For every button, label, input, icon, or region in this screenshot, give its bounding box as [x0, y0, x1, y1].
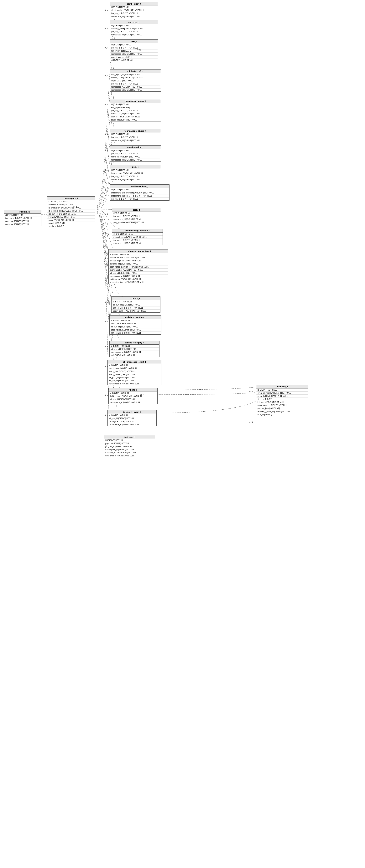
- table-header-etl-justice-s3-t: etl_justice_s3_t: [110, 69, 161, 73]
- table-header-currency-t: currency_t: [110, 21, 158, 24]
- table-matchsession-t: matchsession_t id [BIGINT] NOT NULL job_…: [110, 145, 161, 161]
- table-header-namespace-t: namespace_t: [48, 196, 95, 200]
- table-row: lname [VARCHAR] NOT NULL: [48, 216, 95, 219]
- table-row: studio_id [BIGINT]: [48, 225, 95, 228]
- cardinality-label: 0..N: [104, 149, 108, 151]
- cardinality-label: 0..N: [104, 365, 108, 368]
- table-row: created_ts [TIMESTAMP] NOT NULL: [109, 259, 168, 262]
- table-row: user_type_id [BIGINT] NOT NULL: [104, 454, 155, 457]
- table-etl-processed-event-t: etl_processed_event_t id [BIGINT] NOT NU…: [108, 360, 161, 385]
- table-row: parent_user_id [BIGINT]: [110, 56, 158, 59]
- table-row: job_run_id [BIGINT] NOT NULL: [109, 398, 157, 401]
- cardinality-label: 0..N: [104, 232, 108, 234]
- table-row: job_run_id [BIGINT] NOT NULL: [108, 379, 161, 382]
- table-row: channel_name [VARCHAR] NOT NULL: [112, 236, 162, 239]
- table-row: job_run_id [BIGINT] NOT NULL: [112, 215, 161, 218]
- table-row: name [VARCHAR] NOT NULL: [4, 223, 41, 226]
- table-row: user_id [BIGINT]: [256, 413, 308, 416]
- table-header-telemetry-t: telemetry_t: [256, 385, 308, 389]
- cardinality-label: 0..N: [104, 257, 108, 260]
- erd-diagram: oauth_client_t id [BIGINT] NOT NULL clie…: [0, 0, 365, 868]
- table-row: policy_number [VARCHAR] NOT NULL: [112, 310, 160, 312]
- table-row: namespace_id [BIGINT] NOT NULL: [109, 401, 157, 404]
- table-row: event_number [VARCHAR] NOT NULL: [109, 269, 168, 272]
- table-flight-t: flight_t id [BIGINT] NOT NULL flight_num…: [109, 388, 157, 404]
- table-row: job_run_id [BIGINT] NOT NULL: [110, 326, 161, 329]
- table-row: namespace_id [BIGINT] NOT NULL: [110, 178, 161, 181]
- cardinality-label: 0..N: [104, 414, 108, 416]
- table-row: start_ts [TIMESTAMP] NOT NULL: [110, 115, 161, 118]
- cardinality-label: 1: [107, 223, 108, 225]
- cardinality-label: 0..N: [104, 28, 108, 30]
- table-catalog-category-t: catalog_category_t id [BIGINT] NOT NULL …: [110, 341, 159, 357]
- table-row: id [BIGINT] NOT NULL: [108, 414, 156, 417]
- table-namespace-status-t: namespace_status_t id [BIGINT] NOT NULL …: [110, 99, 161, 121]
- table-row: job_run_id [BIGINT] NOT NULL: [48, 213, 95, 216]
- table-row: id [BIGINT] NOT NULL: [110, 133, 161, 136]
- table-header-analytics-heartbeat-t: analytics_heartbeat_t: [110, 315, 161, 319]
- table-row: id [BIGINT] NOT NULL: [256, 389, 308, 392]
- table-row: parent_id [BIGINT]: [48, 222, 95, 225]
- cardinality-label: 0..N: [249, 421, 253, 423]
- table-row: job_run_id [BIGINT] NOT NULL: [110, 109, 161, 112]
- table-row: aws_region_id [BIGINT] NOT NULL: [110, 73, 161, 76]
- cardinality-label: 0..N: [104, 133, 108, 135]
- table-row: id [BIGINT] NOT NULL: [110, 43, 158, 46]
- table-header-test-user-t: test_user_t: [104, 435, 155, 439]
- table-row: event_size [BIGINT] NOT NULL: [108, 370, 161, 373]
- table-row: id [BIGINT] NOT NULL: [112, 212, 161, 215]
- table-row: job_run_id [BIGINT] NOT NULL: [110, 152, 161, 155]
- table-row: namespace_id [BIGINT] NOT NULL: [112, 242, 162, 245]
- cardinality-label: 0..N: [104, 394, 108, 396]
- table-row: job_run_id [BIGINT] NOT NULL: [108, 417, 156, 420]
- table-row: is_production [BOOLEAN] NOT NULL: [48, 206, 95, 210]
- cardinality-label: 0..N: [104, 9, 108, 11]
- table-row: namespace_id [BIGINT] NOT NULL: [110, 53, 158, 56]
- table-row: job_run_id [BIGINT] NOT NULL: [110, 348, 159, 351]
- cardinality-label: 0..N: [104, 301, 108, 303]
- table-row: job_run_id [BIGINT] NOT NULL: [109, 272, 168, 275]
- table-row: namespace_id [BIGINT] NOT NULL: [112, 218, 161, 221]
- table-row: min_event_date [DATE]: [110, 50, 158, 53]
- table-row: entitlement_item_number [VARCHAR] NOT NU…: [110, 191, 169, 194]
- table-row: event_ts [TIMESTAMP] NOT NULL: [256, 395, 308, 398]
- table-row: flight_number [VARCHAR] NOT NULL: [109, 395, 157, 398]
- table-row: id [BIGINT] NOT NULL: [4, 214, 41, 217]
- table-row: namespace_id [BIGINT] NOT NULL: [108, 382, 161, 385]
- table-row: event_number [VARCHAR] NOT NULL: [256, 392, 308, 395]
- table-currency-t: currency_t id [BIGINT] NOT NULL currency…: [110, 20, 158, 36]
- table-header-foundations-studio-t: foundations_studio_t: [110, 129, 161, 133]
- table-test-user-t: test_user_t id [BIGINT] NOT NULL event […: [104, 435, 155, 457]
- table-row: client_number [VARCHAR] NOT NULL: [110, 9, 158, 12]
- table-row: job_run_id [BIGINT] NOT NULL: [256, 401, 308, 404]
- table-row: id [BIGINT] NOT NULL: [110, 345, 159, 348]
- table-row: path [VARCHAR] NOT NULL: [110, 354, 159, 357]
- table-row: namespace_id [BIGINT] NOT NULL: [108, 423, 156, 426]
- table-realmoney-transaction-t: realmoney_transaction_t id [BIGINT] NOT …: [109, 249, 168, 284]
- table-row: transaction_type_id [BIGINT] NOT NULL: [109, 281, 168, 284]
- table-row: job_run_id [BIGINT] NOT NULL: [110, 136, 161, 139]
- table-row: id [BIGINT] NOT NULL: [109, 392, 157, 395]
- table-row: job_run_id [BIGINT] NOT NULL: [110, 83, 161, 86]
- table-row: party_number [VARCHAR] NOT NULL: [112, 221, 161, 224]
- table-row: job_run_id [BIGINT] NOT NULL: [110, 12, 158, 15]
- table-namespace-t: namespace_t id [BIGINT] NOT NULL effecti…: [47, 196, 95, 228]
- table-row: namespace_id [BIGINT] NOT NULL: [112, 307, 160, 310]
- cardinality-label: 0..N: [104, 103, 108, 106]
- cardinality-label: {0,1}: [137, 49, 141, 51]
- table-row: id [BIGINT] NOT NULL: [109, 253, 168, 256]
- table-header-etl-processed-event-t: etl_processed_event_t: [108, 360, 161, 364]
- table-row: job_run_id [BIGINT] NOT NULL: [110, 175, 161, 178]
- table-row: event_count [BIGINT] NOT NULL: [108, 367, 161, 370]
- table-header-policy-t: policy_t: [112, 297, 160, 300]
- cardinality-label: {0,1} 0..N: [22, 211, 30, 213]
- cardinality-label: 1: [107, 235, 108, 237]
- cardinality-label: 0..N: [104, 47, 108, 49]
- table-row: job_run_id [BIGINT] NOT NULL: [112, 303, 160, 307]
- table-row: id [BIGINT] NOT NULL: [110, 169, 161, 172]
- table-row: id [BIGINT] NOT NULL: [108, 364, 161, 367]
- cardinality-label: 0..N: [104, 75, 108, 77]
- table-row: id [BIGINT] NOT NULL: [110, 6, 158, 9]
- table-header-realmoney-transaction-t: realmoney_transaction_t: [109, 249, 168, 253]
- table-row: job_run_id [BIGINT] NOT NULL: [112, 239, 162, 242]
